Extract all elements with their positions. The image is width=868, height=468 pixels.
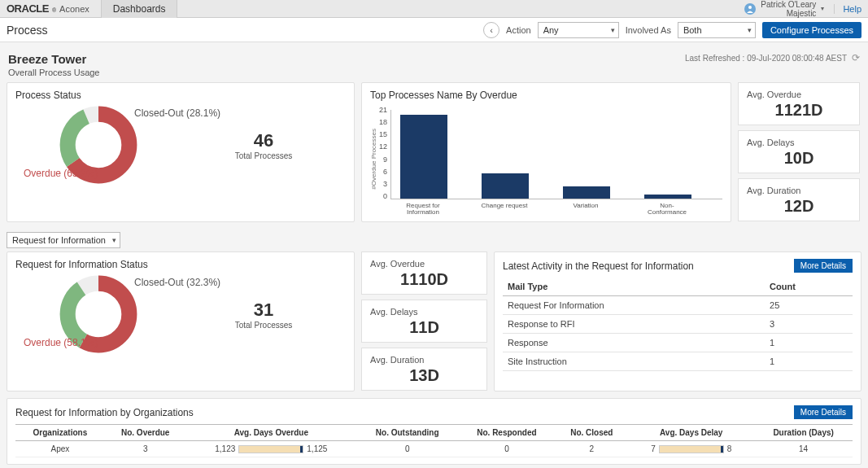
mini-bar bbox=[238, 445, 303, 453]
last-refreshed: Last Refreshed : 09-Jul-2020 08:00:48 AE… bbox=[685, 52, 860, 63]
bar-label: Non-Conformance bbox=[643, 203, 691, 216]
page-title: Breeze Tower bbox=[8, 52, 100, 66]
help-link[interactable]: Help bbox=[834, 4, 861, 14]
involved-label: Involved As bbox=[626, 25, 671, 35]
rfi-status-card: Request for Information Status Closed-Ou… bbox=[7, 251, 355, 391]
bar-label: Variation bbox=[561, 203, 610, 216]
avatar-icon bbox=[744, 3, 756, 15]
rfi-by-org-card: Request for Information by Organizations… bbox=[7, 398, 861, 465]
configure-processes-button[interactable]: Configure Processes bbox=[762, 22, 861, 38]
top-processes-chart: #Overdue Processes 211815129630 Request … bbox=[370, 106, 722, 212]
page-process-label: Process bbox=[7, 24, 48, 37]
donut-overdue-label: Overdue (58.1%) bbox=[24, 337, 98, 348]
user-org: Majestic bbox=[761, 9, 816, 18]
avg-overdue-kpi: Avg. Overdue 1121D bbox=[738, 82, 860, 125]
bar-label: Change request bbox=[480, 203, 529, 216]
bar bbox=[563, 186, 610, 199]
action-label: Action bbox=[506, 25, 531, 35]
top-bar: ORACLE® Aconex Dashboards Patrick O'Lear… bbox=[0, 0, 868, 18]
donut-closed-label: Closed-Out (28.1%) bbox=[134, 107, 220, 119]
brand-main: ORACLE bbox=[7, 2, 49, 15]
more-details-button[interactable]: More Details bbox=[794, 259, 853, 273]
card-title: Request for Information by Organizations bbox=[15, 407, 194, 418]
rfi-avg-delays-kpi: Avg. Delays 11D bbox=[361, 300, 487, 343]
y-axis: 211815129630 bbox=[379, 106, 390, 200]
table-row: Apex 3 1,123 1,125 0 0 2 7 bbox=[15, 441, 853, 457]
action-select[interactable]: Any bbox=[538, 22, 619, 38]
involved-select[interactable]: Both bbox=[678, 22, 756, 38]
more-details-button[interactable]: More Details bbox=[794, 405, 853, 419]
org-table: Organizations No. Overdue Avg. Days Over… bbox=[15, 424, 853, 457]
rfi-total-label: Total Processes bbox=[181, 321, 346, 330]
bar bbox=[644, 195, 691, 199]
back-button[interactable]: ‹ bbox=[483, 22, 499, 38]
bar bbox=[482, 173, 529, 199]
table-row: Request For Information25 bbox=[503, 296, 853, 315]
kpi-column-top: Avg. Overdue 1121D Avg. Delays 10D Avg. … bbox=[738, 82, 860, 222]
user-name: Patrick O'Leary bbox=[761, 0, 816, 9]
donut-closed-label: Closed-Out (32.3%) bbox=[134, 277, 220, 288]
total-processes-value: 46 bbox=[181, 130, 346, 151]
table-row: Response1 bbox=[503, 334, 853, 352]
avg-duration-kpi: Avg. Duration 12D bbox=[738, 178, 860, 221]
bar-label: Request for Information bbox=[399, 203, 447, 216]
tab-dashboards[interactable]: Dashboards bbox=[101, 0, 178, 18]
chevron-down-icon: ▾ bbox=[821, 5, 824, 12]
brand: ORACLE® Aconex bbox=[7, 2, 89, 15]
svg-point-0 bbox=[748, 6, 752, 9]
rfi-total-value: 31 bbox=[181, 300, 346, 321]
brand-sub: Aconex bbox=[59, 4, 89, 14]
refresh-icon[interactable]: ⟳ bbox=[852, 52, 860, 63]
activity-table: Mail Type Count Request For Information2… bbox=[503, 278, 853, 371]
card-title: Top Processes Name By Overdue bbox=[370, 90, 722, 101]
rfi-status-donut: Closed-Out (32.3%) Overdue (58.1%) bbox=[58, 273, 139, 355]
process-type-select[interactable]: Request for Information bbox=[7, 232, 120, 248]
table-row: Site Instruction1 bbox=[503, 352, 853, 371]
page-subtitle: Overall Process Usage bbox=[8, 68, 100, 77]
kpi-column-mid: Avg. Overdue 1110D Avg. Delays 11D Avg. … bbox=[361, 251, 487, 391]
col-count: Count bbox=[765, 278, 853, 296]
rfi-avg-duration-kpi: Avg. Duration 13D bbox=[361, 348, 487, 391]
top-processes-card: Top Processes Name By Overdue #Overdue P… bbox=[361, 82, 731, 222]
process-status-card: Process Status Closed-Out (28.1%) Overdu… bbox=[7, 82, 355, 222]
card-title: Request for Information Status bbox=[15, 259, 346, 270]
process-status-donut: Closed-Out (28.1%) Overdue (65.2%) bbox=[58, 104, 139, 186]
rfi-avg-overdue-kpi: Avg. Overdue 1110D bbox=[361, 251, 487, 295]
table-row: Response to RFI3 bbox=[503, 315, 853, 334]
col-mail-type: Mail Type bbox=[503, 278, 765, 296]
latest-activity-card: Latest Activity in the Request for Infor… bbox=[494, 251, 861, 391]
card-title: Process Status bbox=[15, 90, 346, 101]
user-menu[interactable]: Patrick O'Leary Majestic ▾ Help bbox=[744, 0, 861, 18]
donut-overdue-label: Overdue (65.2%) bbox=[24, 168, 98, 179]
toolbar: Process ‹ Action Any Involved As Both Co… bbox=[0, 18, 868, 42]
total-processes-label: Total Processes bbox=[181, 151, 346, 160]
mini-bar bbox=[659, 445, 724, 453]
bar bbox=[400, 115, 447, 199]
card-title: Latest Activity in the Request for Infor… bbox=[503, 260, 694, 272]
avg-delays-kpi: Avg. Delays 10D bbox=[738, 130, 860, 173]
